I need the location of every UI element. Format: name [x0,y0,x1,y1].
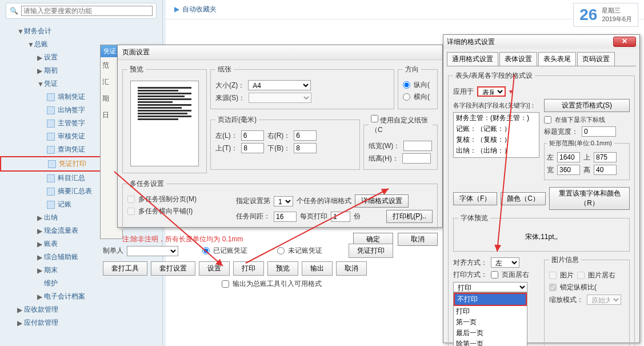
horiz-tile-check [127,208,135,215]
nav-root3[interactable]: ▶应付款管理 [0,316,162,329]
multitask-legend: 多任务设置 [127,179,166,189]
fields-list[interactable]: 财务主管：(财务主管：) 记账：（记账：） 复核：（复核：） 出纳：（出纳：） … [453,112,539,158]
maker-select[interactable] [127,246,178,256]
interval-input[interactable] [274,212,297,222]
date-weekday: 星期三 [602,6,632,15]
rect-top-input[interactable] [594,152,617,162]
reset-font-button[interactable]: 重置该项字体和颜色（R） [549,187,630,210]
task-num-select[interactable]: 1 [274,196,293,206]
tab-body[interactable]: 表体设置 [499,52,537,66]
date-full: 2019年6月 [602,15,632,23]
apply-to-select[interactable]: 表尾 [477,86,506,97]
chevron-down-icon: ▾ [509,88,513,96]
paper-size-select[interactable]: A4 [248,80,311,90]
print-mode-list[interactable]: 不打印 打印 第一页 最后一页 除第一页 [453,292,527,346]
nav-root2[interactable]: ▶应收款管理 [0,303,162,316]
orient-landscape-radio[interactable] [403,93,410,101]
currency-format-button[interactable]: 设置货币格式(S) [544,99,630,112]
rect-width-input[interactable] [557,165,580,175]
print-set-button[interactable]: 套打设置 [151,261,195,276]
paper-width-input [403,141,432,151]
font-button[interactable]: 字体（F） [453,192,497,205]
margin-bottom-input[interactable] [294,143,317,153]
per-page-input[interactable] [331,212,350,222]
print-button[interactable]: 打印 [233,261,264,276]
force-page-check [127,196,135,203]
orient-portrait-radio[interactable] [403,81,410,89]
nav-root[interactable]: ▼财务会计 [0,25,162,38]
paper-legend: 纸张 [215,65,234,74]
orient-legend: 方向 [403,65,421,74]
tab-header-footer[interactable]: 表头表尾 [538,52,576,66]
maker-label: 制单人 [103,246,123,256]
color-button[interactable]: 颜色（C） [501,192,546,205]
rect-height-input[interactable] [594,165,617,175]
detail-format-dialog: 详细的格式设置 ✕ 通用格式设置 表体设置 表头表尾 页码设置 表头/表尾各字段… [443,34,640,343]
unposted-radio[interactable] [277,247,285,254]
date-day: 26 [579,6,597,24]
detail-format-button[interactable]: 详细格式设置 [355,194,409,208]
pic-right-check [577,272,585,279]
close-icon[interactable]: ✕ [613,37,636,47]
align-select[interactable]: 左 [491,257,519,268]
lock-ratio-check [549,284,557,291]
bottom-toolbar: 制单人 已记账凭证 未记账凭证 凭证打印 套打工具 套打设置 设置 打印 预览 … [103,240,440,292]
font-preview-text: 宋体,11pt,, [458,226,625,248]
print-mode-select[interactable]: 打印 [453,282,527,292]
paper-height-input [402,153,431,164]
search-box[interactable]: 🔍 [6,3,157,19]
dialog-title: 页面设置 [118,45,442,60]
detail-tabs: 通用格式设置 表体设置 表头表尾 页码设置 [447,52,636,66]
margin-top-input[interactable] [241,143,264,153]
page-setup-dialog: 页面设置 预览 纸张 大小(Z)：A4 来源(S)： [117,45,443,228]
tab-page-number[interactable]: 页码设置 [577,52,615,66]
voucher-print-button[interactable]: 凭证打印 [349,244,393,258]
pic-check [549,272,557,279]
preview-legend: 预览 [127,65,146,74]
bookmark-bar[interactable]: ▶自动收藏夹 [166,0,644,19]
margins-legend: 页边距(毫米) [215,115,259,125]
margin-right-input[interactable] [294,130,317,141]
print-tool-button[interactable]: 套打工具 [103,261,147,276]
rect-left-input[interactable] [557,152,580,162]
zoom-select: 原始大小 [587,295,621,305]
export-button[interactable]: 输出 [302,261,333,276]
output-gl-check[interactable] [222,280,229,288]
date-widget: 26 星期三 2019年6月 [573,3,638,27]
settings-button[interactable]: 设置 [199,261,230,276]
page-lr-check[interactable] [491,271,498,279]
paper-source-select [249,93,311,103]
preview-button[interactable]: 预览 [267,261,298,276]
cancel-button[interactable]: 取消 [336,261,367,276]
detail-title: 详细的格式设置 [447,37,495,47]
tab-general[interactable]: 通用格式设置 [447,52,498,66]
custom-paper-check[interactable] [371,115,378,122]
search-icon: 🔍 [10,7,18,15]
search-input[interactable] [21,6,153,16]
page-preview [130,81,199,166]
margin-left-input[interactable] [241,130,264,141]
title-width-input[interactable] [582,126,616,137]
printer-button[interactable]: 打印机(P).. [386,210,433,223]
underline-check[interactable] [544,116,551,124]
section-legend: 表头/表尾各字段的格式设 [453,71,535,81]
posted-radio[interactable] [202,247,210,254]
